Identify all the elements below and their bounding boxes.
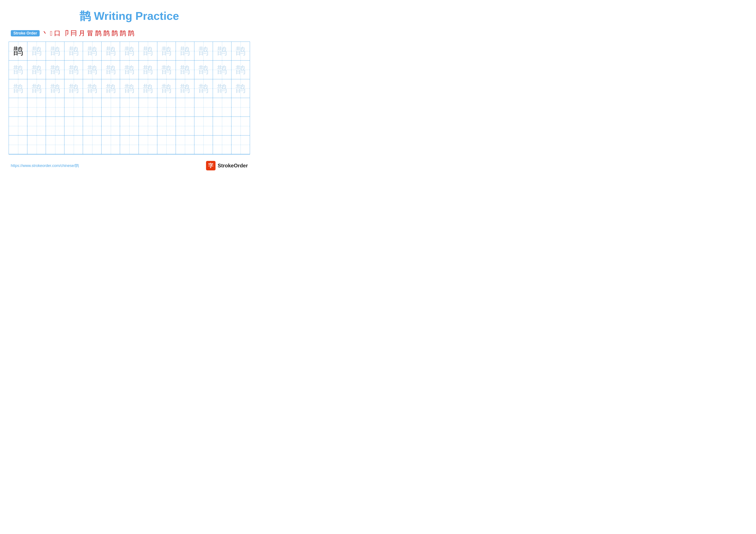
grid-cell[interactable]	[65, 98, 83, 116]
grid-cell[interactable]: 鹊	[101, 79, 120, 98]
footer-logo-text: StrokeOrder	[218, 163, 248, 169]
grid-cell[interactable]	[9, 117, 27, 135]
character-light: 鹊	[143, 84, 153, 93]
grid-row-6	[9, 136, 250, 154]
stroke-2: 𠃌	[50, 30, 52, 37]
grid-cell[interactable]: 鹊	[27, 61, 46, 79]
grid-cell[interactable]	[231, 136, 250, 154]
character-light: 鹊	[32, 84, 41, 93]
grid-cell[interactable]: 鹊	[213, 61, 231, 79]
grid-cell[interactable]: 鹊	[65, 61, 83, 79]
character-light: 鹊	[50, 65, 60, 75]
grid-cell[interactable]	[231, 117, 250, 135]
grid-cell[interactable]	[213, 98, 231, 116]
grid-cell[interactable]	[46, 117, 65, 135]
grid-cell[interactable]: 鹊	[231, 42, 250, 60]
grid-cell[interactable]	[27, 136, 46, 154]
grid-cell[interactable]	[83, 98, 101, 116]
grid-cell[interactable]	[194, 136, 213, 154]
grid-cell[interactable]: 鹊	[120, 42, 139, 60]
grid-cell[interactable]	[176, 136, 194, 154]
character-light: 鹊	[235, 46, 245, 56]
grid-cell[interactable]: 鹊	[231, 61, 250, 79]
grid-cell[interactable]	[213, 117, 231, 135]
grid-cell[interactable]	[27, 98, 46, 116]
grid-cell[interactable]	[65, 117, 83, 135]
grid-cell[interactable]: 鹊	[83, 79, 101, 98]
grid-cell[interactable]: 鹊	[194, 79, 213, 98]
grid-cell[interactable]	[120, 136, 139, 154]
grid-cell[interactable]: 鹊	[65, 79, 83, 98]
grid-cell[interactable]	[176, 117, 194, 135]
character-light: 鹊	[217, 84, 227, 93]
character-light: 鹊	[87, 65, 97, 75]
grid-cell[interactable]: 鹊	[46, 79, 65, 98]
grid-cell[interactable]	[194, 117, 213, 135]
grid-cell[interactable]	[231, 98, 250, 116]
grid-cell[interactable]: 鹊	[9, 61, 27, 79]
grid-cell[interactable]: 鹊	[83, 42, 101, 60]
grid-cell[interactable]: 鹊	[176, 42, 194, 60]
grid-cell[interactable]: 鹊	[83, 61, 101, 79]
grid-cell[interactable]	[65, 136, 83, 154]
grid-cell[interactable]	[120, 98, 139, 116]
grid-cell[interactable]	[139, 98, 157, 116]
grid-cell[interactable]	[46, 98, 65, 116]
grid-cell[interactable]	[176, 98, 194, 116]
grid-cell[interactable]	[157, 117, 176, 135]
footer: https://www.strokeorder.com/chinese/鹊 字 …	[9, 161, 250, 170]
grid-cell[interactable]: 鹊	[213, 42, 231, 60]
grid-cell[interactable]	[139, 117, 157, 135]
grid-cell[interactable]	[101, 136, 120, 154]
grid-cell[interactable]: 鹊	[101, 61, 120, 79]
grid-cell[interactable]: 鹊	[120, 61, 139, 79]
grid-cell[interactable]	[27, 117, 46, 135]
grid-cell[interactable]	[157, 98, 176, 116]
stroke-1: 丶	[42, 29, 48, 38]
grid-cell[interactable]	[139, 136, 157, 154]
grid-cell[interactable]: 鹊	[65, 42, 83, 60]
grid-cell[interactable]: 鹊	[46, 42, 65, 60]
grid-cell[interactable]: 鹊	[194, 42, 213, 60]
grid-cell[interactable]: 鹊	[213, 79, 231, 98]
grid-cell[interactable]	[9, 98, 27, 116]
grid-cell[interactable]: 鹊	[9, 42, 27, 60]
grid-cell[interactable]	[101, 117, 120, 135]
character-light: 鹊	[199, 65, 208, 75]
grid-cell[interactable]: 鹊	[194, 61, 213, 79]
stroke-5: 冃	[70, 29, 77, 38]
grid-cell[interactable]: 鹊	[157, 42, 176, 60]
character-light: 鹊	[124, 46, 134, 56]
footer-url[interactable]: https://www.strokeorder.com/chinese/鹊	[11, 163, 79, 168]
grid-cell[interactable]	[101, 98, 120, 116]
grid-cell[interactable]: 鹊	[27, 42, 46, 60]
character-light: 鹊	[13, 65, 23, 75]
strokeorder-logo-icon: 字	[206, 161, 216, 170]
grid-cell[interactable]: 鹊	[139, 61, 157, 79]
character-light: 鹊	[235, 84, 245, 93]
grid-cell[interactable]: 鹊	[176, 61, 194, 79]
grid-cell[interactable]: 鹊	[157, 79, 176, 98]
grid-cell[interactable]: 鹊	[27, 79, 46, 98]
grid-cell[interactable]	[83, 136, 101, 154]
grid-cell[interactable]: 鹊	[46, 61, 65, 79]
character-light: 鹊	[69, 46, 79, 56]
character-light: 鹊	[106, 84, 116, 93]
grid-cell[interactable]	[83, 117, 101, 135]
grid-cell[interactable]	[120, 117, 139, 135]
grid-cell[interactable]	[194, 98, 213, 116]
grid-cell[interactable]	[9, 136, 27, 154]
grid-cell[interactable]: 鹊	[139, 79, 157, 98]
grid-cell[interactable]: 鹊	[101, 42, 120, 60]
page-title: 鹊 Writing Practice	[9, 9, 250, 24]
grid-cell[interactable]	[213, 136, 231, 154]
grid-cell[interactable]: 鹊	[231, 79, 250, 98]
grid-cell[interactable]	[46, 136, 65, 154]
grid-cell[interactable]: 鹊	[120, 79, 139, 98]
grid-cell[interactable]: 鹊	[139, 42, 157, 60]
grid-cell[interactable]: 鹊	[9, 79, 27, 98]
character-light: 鹊	[180, 84, 190, 93]
grid-cell[interactable]: 鹊	[176, 79, 194, 98]
grid-cell[interactable]: 鹊	[157, 61, 176, 79]
grid-cell[interactable]	[157, 136, 176, 154]
